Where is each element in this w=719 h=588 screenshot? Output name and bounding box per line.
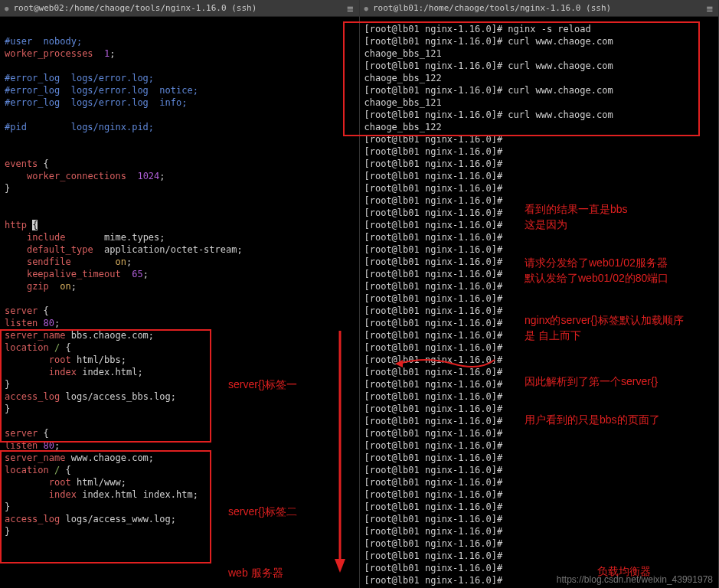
terminal-line: chaoge_bbs_122 xyxy=(364,121,714,133)
config-line: server { xyxy=(5,427,355,439)
config-line xyxy=(5,133,355,145)
terminal-line: [root@lb01 nginx-1.16.0]# xyxy=(364,317,714,329)
terminal-line: [root@lb01 nginx-1.16.0]# xyxy=(364,329,714,341)
terminal-line: [root@lb01 nginx-1.16.0]# xyxy=(364,170,714,182)
config-line: #error_log logs/error.log notice; xyxy=(5,84,355,96)
config-line: server_name bbs.chaoge.com; xyxy=(5,329,355,341)
config-line: location / { xyxy=(5,464,355,476)
terminal-line: [root@lb01 nginx-1.16.0]# xyxy=(364,243,714,256)
tab-dot-icon: ● xyxy=(364,5,368,12)
terminal-line: [root@lb01 nginx-1.16.0]# xyxy=(364,219,714,231)
config-line: worker_processes 1; xyxy=(5,47,355,60)
config-line: http { xyxy=(5,219,355,231)
config-line: root html/www; xyxy=(5,476,355,488)
terminal-line: [root@lb01 nginx-1.16.0]# xyxy=(364,378,714,390)
config-line: access_log logs/access_bbs.log; xyxy=(5,390,355,403)
terminal-line: [root@lb01 nginx-1.16.0]# xyxy=(364,452,714,464)
terminal-line: [root@lb01 nginx-1.16.0]# xyxy=(364,439,714,452)
right-pane: ● root@lb01:/home/chaoge/tools/nginx-1.1… xyxy=(360,0,720,588)
config-line: #error_log logs/error.log info; xyxy=(5,96,355,109)
menu-icon[interactable]: ≡ xyxy=(347,2,354,15)
config-line: } xyxy=(5,378,355,390)
terminal-line: [root@lb01 nginx-1.16.0]# xyxy=(364,292,714,305)
terminal-line: [root@lb01 nginx-1.16.0]# xyxy=(364,207,714,219)
terminal-line: [root@lb01 nginx-1.16.0]# xyxy=(364,231,714,243)
terminal-line: [root@lb01 nginx-1.16.0]# xyxy=(364,476,714,488)
config-line: #pid logs/nginx.pid; xyxy=(5,121,355,133)
left-pane: ● root@web02:/home/chaoge/tools/nginx-1.… xyxy=(0,0,360,588)
terminal-line: [root@lb01 nginx-1.16.0]# xyxy=(364,133,714,145)
menu-icon[interactable]: ≡ xyxy=(707,2,714,15)
config-line: listen 80; xyxy=(5,317,355,329)
config-line: listen 80; xyxy=(5,439,355,452)
config-line: keepalive_timeout 65; xyxy=(5,268,355,280)
config-line xyxy=(5,194,355,207)
terminal-line: [root@lb01 nginx-1.16.0]# xyxy=(364,256,714,268)
terminal-line: [root@lb01 nginx-1.16.0]# xyxy=(364,403,714,415)
config-line: } xyxy=(5,501,355,513)
left-terminal[interactable]: #user nobody;worker_processes 1; #error_… xyxy=(0,17,359,588)
config-line xyxy=(5,207,355,219)
terminal-line: [root@lb01 nginx-1.16.0]# curl www.chaog… xyxy=(364,109,714,121)
config-line: default_type application/octet-stream; xyxy=(5,243,355,256)
right-tab-title: root@lb01:/home/chaoge/tools/nginx-1.16.… xyxy=(373,3,611,13)
config-line: events { xyxy=(5,158,355,170)
config-line: } xyxy=(5,182,355,194)
terminal-line: [root@lb01 nginx-1.16.0]# curl www.chaog… xyxy=(364,35,714,47)
terminal-line: [root@lb01 nginx-1.16.0]# xyxy=(364,513,714,525)
config-line: server { xyxy=(5,305,355,317)
terminal-line: [root@lb01 nginx-1.16.0]# curl www.chaog… xyxy=(364,60,714,72)
config-line: } xyxy=(5,403,355,415)
config-line: root html/bbs; xyxy=(5,354,355,366)
terminal-line: [root@lb01 nginx-1.16.0]# xyxy=(364,464,714,476)
watermark: https://blog.csdn.net/weixin_43991978 xyxy=(557,574,713,585)
right-terminal[interactable]: [root@lb01 nginx-1.16.0]# nginx -s reloa… xyxy=(360,17,719,588)
tab-dot-icon: ● xyxy=(5,5,8,12)
left-tab-title: root@web02:/home/chaoge/tools/nginx-1.16… xyxy=(13,3,257,13)
config-line: access_log logs/access_www.log; xyxy=(5,513,355,525)
config-line: index index.html; xyxy=(5,366,355,378)
terminal-line: [root@lb01 nginx-1.16.0]# nginx -s reloa… xyxy=(364,23,714,35)
terminal-line: [root@lb01 nginx-1.16.0]# xyxy=(364,488,714,501)
terminal-line: [root@lb01 nginx-1.16.0]# xyxy=(364,341,714,354)
config-line: server_name www.chaoge.com; xyxy=(5,452,355,464)
terminal-line: chaoge_bbs_121 xyxy=(364,96,714,109)
terminal-line: [root@lb01 nginx-1.16.0]# xyxy=(364,415,714,427)
terminal-line: [root@lb01 nginx-1.16.0]# curl www.chaog… xyxy=(364,84,714,96)
config-line: worker_connections 1024; xyxy=(5,170,355,182)
terminal-line: [root@lb01 nginx-1.16.0]# xyxy=(364,562,714,574)
terminal-line: [root@lb01 nginx-1.16.0]# xyxy=(364,182,714,194)
config-line xyxy=(5,145,355,158)
config-line: #error_log logs/error.log; xyxy=(5,72,355,84)
terminal-line: [root@lb01 nginx-1.16.0]# xyxy=(364,158,714,170)
terminal-line: [root@lb01 nginx-1.16.0]# xyxy=(364,525,714,537)
terminal-line: [root@lb01 nginx-1.16.0]# xyxy=(364,390,714,403)
terminal-line: [root@lb01 nginx-1.16.0]# xyxy=(364,550,714,562)
config-line: gzip on; xyxy=(5,280,355,292)
terminal-line: [root@lb01 nginx-1.16.0]# xyxy=(364,280,714,292)
terminal-line: [root@lb01 nginx-1.16.0]# xyxy=(364,194,714,207)
left-tabbar: ● root@web02:/home/chaoge/tools/nginx-1.… xyxy=(0,0,359,17)
config-line: include mime.types; xyxy=(5,231,355,243)
terminal-line: [root@lb01 nginx-1.16.0]# xyxy=(364,145,714,158)
terminal-line: [root@lb01 nginx-1.16.0]# xyxy=(364,537,714,550)
terminal-line: [root@lb01 nginx-1.16.0]# xyxy=(364,305,714,317)
terminal-line: [root@lb01 nginx-1.16.0]# xyxy=(364,354,714,366)
config-line xyxy=(5,23,355,35)
config-line xyxy=(5,109,355,121)
config-line: #user nobody; xyxy=(5,35,355,47)
right-tabbar: ● root@lb01:/home/chaoge/tools/nginx-1.1… xyxy=(360,0,719,17)
config-line: sendfile on; xyxy=(5,256,355,268)
terminal-line: [root@lb01 nginx-1.16.0]# xyxy=(364,501,714,513)
terminal-line: chaoge_bbs_122 xyxy=(364,72,714,84)
terminal-line: chaoge_bbs_121 xyxy=(364,47,714,60)
terminal-line: [root@lb01 nginx-1.16.0]# xyxy=(364,366,714,378)
config-line: index index.html index.htm; xyxy=(5,488,355,501)
config-line: } xyxy=(5,525,355,537)
terminal-line: [root@lb01 nginx-1.16.0]# xyxy=(364,427,714,439)
terminal-line: [root@lb01 nginx-1.16.0]# xyxy=(364,268,714,280)
config-line: location / { xyxy=(5,341,355,354)
config-line xyxy=(5,415,355,427)
config-line xyxy=(5,292,355,305)
config-line xyxy=(5,60,355,72)
